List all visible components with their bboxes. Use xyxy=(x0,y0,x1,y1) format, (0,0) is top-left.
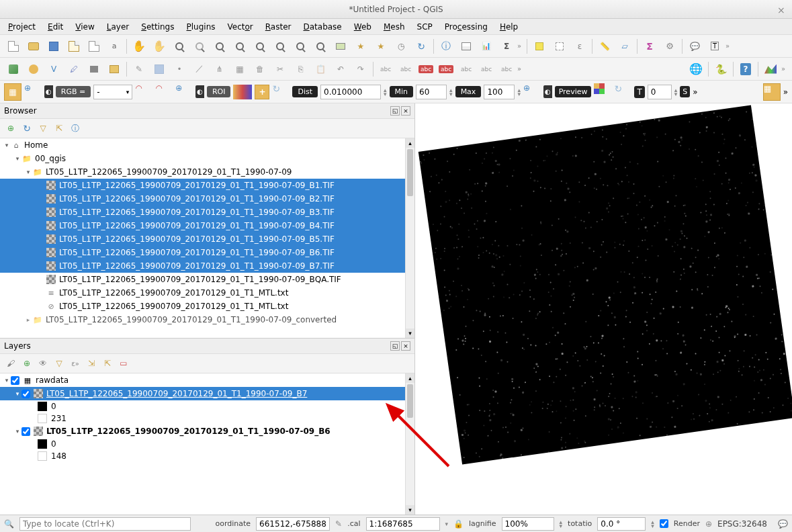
temporal-button[interactable]: ◷ xyxy=(392,37,410,56)
browser-undock-button[interactable]: ◱ xyxy=(390,106,400,116)
tree-file-bqa[interactable]: LT05_L1TP_122065_19900709_20170129_01_T1… xyxy=(0,273,414,286)
scale-input[interactable] xyxy=(366,517,440,531)
dist-input[interactable] xyxy=(320,85,381,99)
lock-icon[interactable]: 🔒 xyxy=(453,519,464,529)
layer-b7[interactable]: ▾LT05_L1TP_122065_19900709_20170129_01_T… xyxy=(0,387,414,400)
zoom-native-button[interactable] xyxy=(210,37,229,56)
crs-button[interactable]: EPSG:32648 xyxy=(717,519,767,529)
scp-input-button[interactable]: ▦ xyxy=(4,83,21,101)
bookmarks-button[interactable]: ★ xyxy=(371,37,390,56)
label-abc2-button[interactable]: abc xyxy=(396,60,415,79)
layer-b7-checkbox[interactable] xyxy=(21,390,30,398)
menu-layer[interactable]: Layer xyxy=(103,21,133,33)
maptips-button[interactable]: 💬 xyxy=(685,37,704,56)
browser-add-button[interactable]: ⊕ xyxy=(4,122,17,135)
new-spatialite-button[interactable]: 🖊 xyxy=(64,60,83,79)
paste-features-button[interactable]: 📋 xyxy=(311,60,330,79)
refresh-button[interactable]: ↻ xyxy=(412,37,431,56)
scroll-thumb[interactable] xyxy=(407,149,413,196)
zoom-in-button[interactable] xyxy=(170,37,189,56)
layers-scroll-thumb[interactable] xyxy=(407,384,413,418)
deselect-button[interactable] xyxy=(550,37,569,56)
new-mesh-button[interactable] xyxy=(105,60,124,79)
zoom-out-button[interactable] xyxy=(190,37,209,56)
toolbar-overflow-2[interactable]: » xyxy=(725,42,732,50)
scp-overflow2[interactable]: » xyxy=(783,87,788,97)
new-bookmark-button[interactable]: ★ xyxy=(351,37,370,56)
zoom-next-button[interactable] xyxy=(311,37,330,56)
new-project-button[interactable] xyxy=(4,37,23,56)
menu-database[interactable]: Database xyxy=(299,21,345,33)
menu-mesh[interactable]: Mesh xyxy=(380,21,409,33)
toggle-editing-button[interactable]: ✎ xyxy=(130,60,148,79)
messages-icon[interactable]: 💬 xyxy=(778,519,788,529)
coordinate-input[interactable] xyxy=(256,517,330,531)
scp-spectral2-button[interactable]: ◠ xyxy=(155,83,173,101)
browser-refresh-button[interactable]: ↻ xyxy=(20,122,34,135)
tree-file-b7[interactable]: LT05_L1TP_122065_19900709_20170129_01_T1… xyxy=(0,259,414,273)
scp-preview-pointer-button[interactable]: ⊕ xyxy=(523,83,541,101)
tree-file-mtl1[interactable]: ≡LT05_L1TP_122065_19900709_20170129_01_T… xyxy=(0,286,414,300)
locator-input[interactable] xyxy=(19,517,191,531)
statistics-button[interactable]: Σ xyxy=(497,37,516,56)
tree-folder-qgis[interactable]: ▾📁00_qgis xyxy=(0,152,414,165)
rgb-combo[interactable]: -▾ xyxy=(93,85,132,99)
scp-refresh2-button[interactable]: ↻ xyxy=(614,83,631,101)
new-geopackage-button[interactable] xyxy=(24,60,43,79)
group-checkbox[interactable] xyxy=(11,376,19,385)
zoom-full-button[interactable] xyxy=(230,37,249,56)
scp-roi-pointer-button[interactable]: ⊕ xyxy=(175,83,193,101)
menu-plugins[interactable]: Plugins xyxy=(183,21,220,33)
layers-expr-button[interactable]: ε» xyxy=(69,357,82,370)
scp-dock-button[interactable]: ▦ xyxy=(763,83,781,101)
tree-folder-landsat[interactable]: ▾📁LT05_L1TP_122065_19900709_20170129_01_… xyxy=(0,165,414,179)
tree-file-b5[interactable]: LT05_L1TP_122065_19900709_20170129_01_T1… xyxy=(0,232,414,246)
layers-style-button[interactable]: 🖌 xyxy=(4,357,17,370)
delete-selected-button[interactable]: 🗑 xyxy=(251,60,269,79)
sigma-button[interactable]: Σ xyxy=(640,37,659,56)
data-source-manager-button[interactable] xyxy=(4,60,23,79)
tree-file-b3[interactable]: LT05_L1TP_122065_19900709_20170129_01_T1… xyxy=(0,206,414,219)
layer-b6[interactable]: ▾LT05_L1TP_122065_19900709_20170129_01_T… xyxy=(0,425,414,438)
max-input[interactable] xyxy=(484,85,515,99)
save-project-button[interactable] xyxy=(44,37,63,56)
tree-file-b1[interactable]: LT05_L1TP_122065_19900709_20170129_01_T1… xyxy=(0,179,414,192)
cut-features-button[interactable]: ✂ xyxy=(271,60,290,79)
pan-button[interactable]: ✋ xyxy=(130,37,148,56)
tree-file-b2[interactable]: LT05_L1TP_122065_19900709_20170129_01_T1… xyxy=(0,192,414,206)
zoom-last-button[interactable] xyxy=(291,37,310,56)
measure-area-button[interactable]: ▱ xyxy=(615,37,634,56)
undo-button[interactable]: ↶ xyxy=(331,60,350,79)
tree-file-b4[interactable]: LT05_L1TP_122065_19900709_20170129_01_T1… xyxy=(0,219,414,232)
toolbox-button[interactable]: ⚙ xyxy=(660,37,679,56)
browser-collapse-button[interactable]: ⇱ xyxy=(52,122,66,135)
add-feature-button[interactable]: • xyxy=(170,60,189,79)
menu-scp[interactable]: SCP xyxy=(413,21,437,33)
add-line-button[interactable]: ／ xyxy=(190,60,209,79)
menu-vector[interactable]: Vector xyxy=(224,21,257,33)
layers-scroll-up[interactable]: ▴ xyxy=(406,373,414,383)
render-checkbox[interactable] xyxy=(660,519,668,528)
scp-classes-button[interactable] xyxy=(594,83,611,101)
tree-folder-converted[interactable]: ▸📁LT05_L1TP_122065_19900709_20170129_01_… xyxy=(0,313,414,326)
menu-view[interactable]: View xyxy=(71,21,98,33)
menu-raster[interactable]: Raster xyxy=(261,21,296,33)
layers-filter-button[interactable]: ▽ xyxy=(52,357,66,370)
vertex-tool-button[interactable]: ⋔ xyxy=(210,60,229,79)
layout-manager-button[interactable] xyxy=(85,37,103,56)
scp-refresh-button[interactable]: ↻ xyxy=(272,83,290,101)
map-canvas[interactable] xyxy=(415,103,792,515)
layer-b6-checkbox[interactable] xyxy=(21,427,30,436)
label-abc-button[interactable]: abc xyxy=(376,60,395,79)
browser-close-button[interactable]: × xyxy=(401,106,410,116)
label-tool-red[interactable]: abc xyxy=(416,60,435,79)
tree-file-mtl2[interactable]: ⊘LT05_L1TP_122065_19900709_20170129_01_T… xyxy=(0,300,414,313)
save-edits-button[interactable] xyxy=(150,60,169,79)
menu-processing[interactable]: Processing xyxy=(441,21,492,33)
annotation-button[interactable]: T xyxy=(705,37,724,56)
scp-overflow[interactable]: » xyxy=(693,87,697,97)
pan-to-selection-button[interactable]: ✋ xyxy=(150,37,169,56)
browser-properties-button[interactable]: ⓘ xyxy=(69,122,82,135)
close-icon[interactable]: × xyxy=(777,5,787,14)
histogram-button[interactable] xyxy=(761,60,780,79)
